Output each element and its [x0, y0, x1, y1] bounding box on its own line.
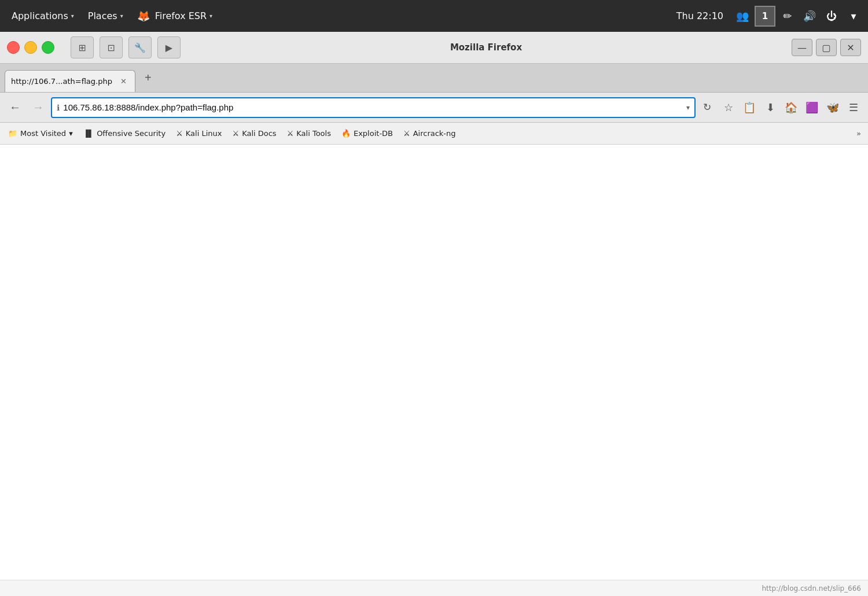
- kali-linux-label: Kali Linux: [186, 129, 222, 138]
- people-icon[interactable]: 👥: [733, 6, 752, 26]
- titlebar-right: — ▢ ✕: [792, 39, 861, 56]
- wrench-button[interactable]: 🔧: [128, 36, 152, 58]
- window-minimize-button[interactable]: [24, 41, 37, 54]
- places-menu[interactable]: Places ▾: [81, 0, 130, 32]
- titlebar-tools: ⊞ ⊡ 🔧 ▶: [71, 36, 181, 58]
- most-visited-label: Most Visited: [20, 129, 66, 138]
- address-dropdown-icon[interactable]: ▾: [686, 104, 690, 112]
- most-visited-icon: 📁: [8, 129, 17, 138]
- bookmark-offensive-security[interactable]: ▐▌ Offensive Security: [79, 126, 171, 142]
- workspace-button[interactable]: 1: [755, 6, 775, 27]
- taskbar-right-area: 👥 1 ✏️ 🔊 ⏻ ▾: [733, 0, 863, 32]
- back-button[interactable]: ←: [5, 97, 25, 118]
- clipboard-button[interactable]: 📋: [740, 98, 759, 117]
- window-maximize-button[interactable]: [42, 41, 54, 54]
- firefox-arrow: ▾: [209, 13, 212, 19]
- reload-button[interactable]: ↻: [698, 98, 716, 117]
- window-controls: [7, 41, 54, 54]
- browser-content-area: [0, 145, 868, 580]
- kali-docs-label: Kali Docs: [242, 129, 277, 138]
- kali-docs-icon: ⚔: [232, 129, 239, 138]
- bookmark-most-visited[interactable]: 📁 Most Visited ▾: [3, 126, 78, 142]
- restore-action-button[interactable]: ▢: [816, 39, 837, 56]
- nav-action-buttons: ☆ 📋 ⬇ 🏠 🟪 🦋 ☰: [719, 98, 863, 117]
- window-titlebar: ⊞ ⊡ 🔧 ▶ Mozilla Firefox — ▢ ✕: [0, 32, 868, 64]
- exploit-db-label: Exploit-DB: [354, 129, 393, 138]
- tab-label: http://106.7...ath=flag.php: [11, 77, 112, 86]
- forward-nav-button[interactable]: →: [28, 97, 49, 118]
- bookmark-star-button[interactable]: ☆: [719, 98, 738, 117]
- navigation-bar: ← → ℹ ▾ ↻ ☆ 📋 ⬇ 🏠 🟪 🦋 ☰: [0, 93, 868, 123]
- firefox-label: Firefox ESR: [155, 10, 207, 21]
- applications-label: Applications: [12, 10, 68, 21]
- offensive-security-icon: ▐▌: [83, 130, 94, 138]
- status-bar: http://blog.csdn.net/slip_666: [0, 580, 868, 596]
- status-url: http://blog.csdn.net/slip_666: [762, 584, 861, 593]
- window-close-button[interactable]: [7, 41, 20, 54]
- bookmark-kali-docs[interactable]: ⚔ Kali Docs: [227, 126, 281, 142]
- pocket-button[interactable]: 🟪: [802, 98, 822, 117]
- volume-icon[interactable]: 🔊: [800, 6, 819, 26]
- window-title: Mozilla Firefox: [181, 42, 792, 53]
- aircrack-ng-label: Aircrack-ng: [413, 129, 456, 138]
- new-tab-button[interactable]: +: [139, 69, 157, 87]
- browser-tab-active[interactable]: http://106.7...ath=flag.php ✕: [5, 70, 135, 92]
- places-arrow: ▾: [120, 13, 123, 19]
- bookmarks-bar: 📁 Most Visited ▾ ▐▌ Offensive Security ⚔…: [0, 123, 868, 145]
- home-button[interactable]: 🏠: [781, 98, 801, 117]
- places-label: Places: [88, 10, 117, 21]
- settings-dropdown-icon[interactable]: ▾: [844, 6, 863, 26]
- minimize-action-button[interactable]: —: [792, 39, 812, 56]
- address-bar[interactable]: ℹ ▾: [51, 97, 696, 118]
- applications-menu[interactable]: Applications ▾: [5, 0, 81, 32]
- bookmarks-more-button[interactable]: »: [853, 129, 865, 138]
- download-button[interactable]: ⬇: [760, 98, 780, 117]
- menu-button[interactable]: ☰: [844, 98, 863, 117]
- power-icon[interactable]: ⏻: [822, 6, 841, 26]
- firefox-icon: 🦊: [137, 10, 150, 22]
- bookmark-aircrack-ng[interactable]: ⚔ Aircrack-ng: [399, 126, 461, 142]
- tab-close-button[interactable]: ✕: [118, 76, 129, 87]
- system-taskbar: Applications ▾ Places ▾ 🦊 Firefox ESR ▾ …: [0, 0, 868, 32]
- bookmark-kali-linux[interactable]: ⚔ Kali Linux: [171, 126, 226, 142]
- url-input[interactable]: [63, 102, 683, 112]
- kali-linux-icon: ⚔: [176, 129, 183, 138]
- aircrack-ng-icon: ⚔: [403, 129, 410, 138]
- info-icon: ℹ: [57, 103, 60, 112]
- kali-tools-icon: ⚔: [287, 129, 294, 138]
- most-visited-arrow: ▾: [69, 129, 73, 138]
- firefox-menu[interactable]: 🦊 Firefox ESR ▾: [130, 0, 219, 32]
- color-picker-icon[interactable]: ✏️: [778, 6, 797, 26]
- browser-tabs-bar: http://106.7...ath=flag.php ✕ +: [0, 64, 868, 93]
- applications-arrow: ▾: [71, 13, 74, 19]
- bookmark-kali-tools[interactable]: ⚔ Kali Tools: [282, 126, 336, 142]
- bookmark-exploit-db[interactable]: 🔥 Exploit-DB: [337, 126, 398, 142]
- close-action-button[interactable]: ✕: [840, 39, 861, 56]
- grid-view-button[interactable]: ⊞: [71, 36, 94, 58]
- kali-tools-label: Kali Tools: [296, 129, 331, 138]
- screen-share-button[interactable]: ⊡: [100, 36, 123, 58]
- system-clock: Thu 22:10: [667, 10, 733, 21]
- browser-window: ⊞ ⊡ 🔧 ▶ Mozilla Firefox — ▢ ✕ http://106…: [0, 32, 868, 596]
- offensive-security-label: Offensive Security: [97, 129, 165, 138]
- exploit-db-icon: 🔥: [341, 129, 351, 138]
- forward-button[interactable]: ▶: [157, 36, 181, 58]
- extension-button[interactable]: 🦋: [823, 98, 843, 117]
